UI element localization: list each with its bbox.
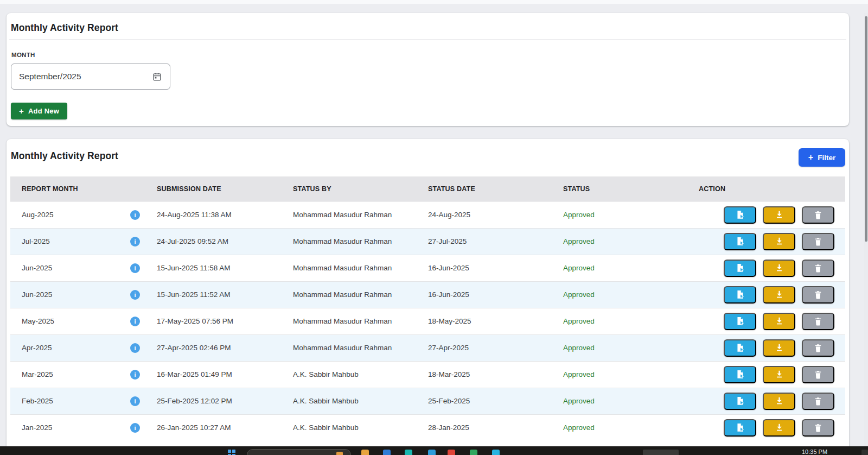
report-month-value: Jun-2025 (22, 290, 52, 299)
status-by-value: Mohammad Masudur Rahman (293, 237, 392, 245)
download-button[interactable] (763, 366, 795, 383)
search-image-icon[interactable] (336, 452, 343, 455)
table-header-row: REPORT MONTH SUBMISSION DATE STATUS BY S… (10, 176, 845, 201)
info-icon[interactable]: i (130, 423, 140, 433)
delete-button[interactable] (802, 366, 834, 383)
info-icon[interactable]: i (130, 317, 140, 326)
status-by-cell: A.K. Sabbir Mahbub (282, 388, 417, 414)
trash-icon (813, 343, 823, 353)
status-by-cell: Mohammad Masudur Rahman (282, 255, 417, 281)
status-cell: Approved (552, 228, 687, 255)
submission-date-value: 17-May-2025 07:56 PM (157, 317, 233, 325)
report-table: REPORT MONTH SUBMISSION DATE STATUS BY S… (10, 176, 845, 441)
windows-start-icon[interactable] (228, 450, 236, 455)
table-row: Mar-2025 i 16-Mar-2025 01:49 PM A.K. Sab… (10, 361, 845, 388)
folder-icon[interactable] (361, 450, 369, 455)
status-cell: Approved (552, 334, 687, 361)
page-top-strip (0, 0, 868, 4)
table-row: Jun-2025 i 15-Jun-2025 11:52 AM Mohammad… (10, 281, 845, 308)
status-badge: Approved (563, 290, 595, 299)
report-month-cell: Jul-2025 i (10, 228, 145, 255)
delete-button[interactable] (802, 393, 834, 410)
download-button[interactable] (763, 206, 795, 224)
info-icon[interactable]: i (130, 263, 140, 273)
app-blue-icon[interactable] (383, 450, 391, 455)
app-cyan-icon[interactable] (492, 450, 500, 455)
download-button[interactable] (763, 393, 795, 410)
app-lightblue-icon[interactable] (428, 450, 436, 455)
delete-button[interactable] (802, 313, 834, 330)
filter-button[interactable]: + Filter (799, 148, 845, 167)
table-row: Jan-2025 i 26-Jan-2025 10:27 AM A.K. Sab… (10, 414, 845, 441)
status-date-cell: 27-Apr-2025 (417, 334, 552, 361)
view-report-button[interactable] (724, 233, 756, 250)
view-report-button[interactable] (724, 366, 756, 383)
view-report-button[interactable] (724, 286, 756, 304)
report-month-cell: Feb-2025 i (10, 388, 145, 414)
table-row: Feb-2025 i 25-Feb-2025 12:02 PM A.K. Sab… (10, 388, 845, 414)
report-month-value: Aug-2025 (22, 211, 54, 219)
info-icon[interactable]: i (130, 343, 140, 353)
view-report-icon (735, 369, 745, 380)
view-report-button[interactable] (724, 419, 756, 437)
submission-date-cell: 24-Jul-2025 09:52 AM (145, 228, 282, 255)
status-date-value: 18-May-2025 (428, 317, 471, 325)
taskbar-app-tile[interactable] (643, 450, 679, 455)
download-button[interactable] (763, 286, 795, 304)
report-month-value: Feb-2025 (22, 397, 53, 405)
view-report-button[interactable] (724, 393, 756, 410)
scrollbar-thumb[interactable] (865, 16, 867, 242)
status-by-cell: Mohammad Masudur Rahman (282, 281, 417, 308)
add-new-button[interactable]: + Add New (11, 103, 67, 119)
download-icon (774, 263, 784, 273)
calendar-icon[interactable] (152, 72, 162, 82)
report-list-title: Monthly Activity Report (11, 150, 118, 162)
taskbar-clock[interactable]: 10:35 PM (802, 448, 827, 455)
column-header-action: ACTION (687, 176, 845, 201)
add-new-label: Add New (28, 107, 59, 115)
status-date-cell: 18-Mar-2025 (417, 361, 552, 388)
action-cell (687, 228, 845, 255)
view-report-button[interactable] (724, 339, 756, 357)
download-button[interactable] (763, 233, 795, 250)
info-icon[interactable]: i (130, 290, 140, 300)
submission-date-cell: 24-Aug-2025 11:38 AM (145, 201, 282, 228)
show-desktop-tile[interactable] (861, 450, 868, 455)
filter-label: Filter (818, 154, 835, 162)
app-green-icon[interactable] (470, 450, 477, 455)
submission-date-cell: 26-Jan-2025 10:27 AM (145, 414, 282, 441)
status-by-value: Mohammad Masudur Rahman (293, 317, 392, 325)
column-header-submission-date: SUBMISSION DATE (145, 176, 282, 201)
delete-button[interactable] (802, 233, 834, 250)
info-icon[interactable]: i (130, 210, 140, 220)
download-button[interactable] (763, 313, 795, 330)
download-button[interactable] (763, 339, 795, 357)
view-report-icon (735, 343, 745, 353)
info-icon[interactable]: i (130, 237, 140, 247)
download-icon (774, 422, 784, 433)
view-report-icon (735, 422, 745, 433)
view-report-button[interactable] (724, 260, 756, 277)
taskbar-search-box[interactable] (247, 449, 351, 455)
status-badge: Approved (563, 264, 595, 272)
app-teal-icon[interactable] (405, 450, 412, 455)
info-icon[interactable]: i (130, 396, 140, 406)
delete-button[interactable] (802, 260, 834, 277)
status-date-cell: 25-Feb-2025 (417, 388, 552, 414)
delete-button[interactable] (802, 419, 834, 437)
table-row: Apr-2025 i 27-Apr-2025 02:46 PM Mohammad… (10, 334, 845, 361)
download-button[interactable] (763, 260, 795, 277)
status-by-cell: Mohammad Masudur Rahman (282, 201, 417, 228)
info-icon[interactable]: i (130, 370, 140, 380)
view-report-button[interactable] (724, 206, 756, 224)
status-badge: Approved (563, 344, 595, 352)
submission-date-value: 24-Jul-2025 09:52 AM (157, 237, 228, 245)
app-red-icon[interactable] (448, 450, 455, 455)
delete-button[interactable] (802, 286, 834, 304)
view-report-button[interactable] (724, 313, 756, 330)
delete-button[interactable] (802, 339, 834, 357)
download-button[interactable] (763, 419, 795, 437)
delete-button[interactable] (802, 206, 834, 224)
month-picker-input[interactable]: September/2025 (11, 64, 170, 90)
table-row: May-2025 i 17-May-2025 07:56 PM Mohammad… (10, 308, 845, 334)
